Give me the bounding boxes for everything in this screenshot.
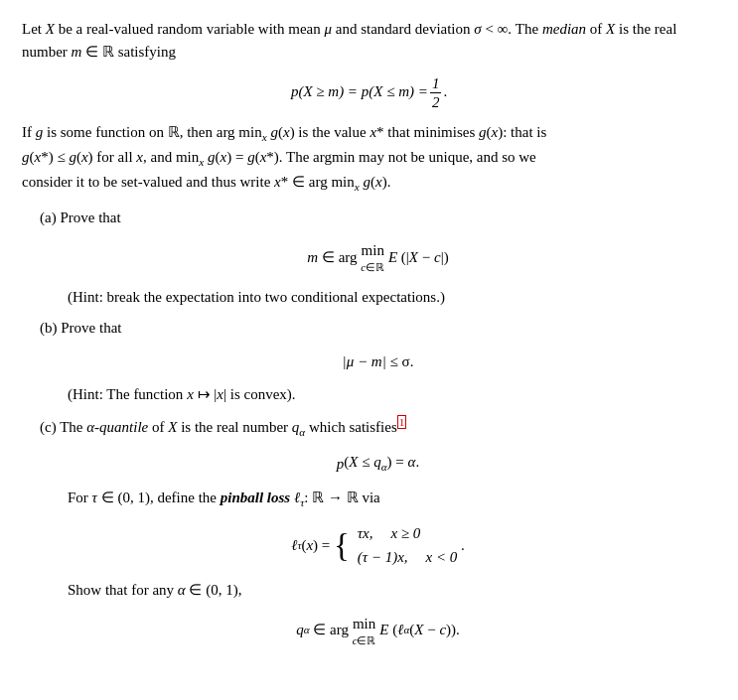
piecewise-def: ℓτ(x) = { τx, x ≥ 0 (τ − 1)x, x < 0 (40, 521, 716, 569)
equation-part-c: p (X ≤ qα) = α. (40, 451, 716, 476)
piecewise-block: { τx, x ≥ 0 (τ − 1)x, x < 0 (334, 521, 457, 569)
equation-final: qα ∈ arg min c∈ℝ E (ℓα (X − c)). (40, 613, 716, 649)
part-c: (c) The α-quantile of X is the real numb… (40, 414, 716, 649)
equation-part-a: m ∈ arg min c∈ℝ E (|X − c|) (40, 239, 716, 276)
g-paragraph: If g is some function on ℝ, then arg min… (22, 121, 716, 197)
show-that-paragraph: Show that for any α ∈ (0, 1), (68, 579, 716, 602)
part-b-text: Prove that (61, 320, 121, 336)
part-a: (a) Prove that m ∈ arg min c∈ℝ E (|X − c… (40, 207, 716, 309)
part-b-hint: (Hint: The function x ↦ |x| is convex). (68, 383, 716, 406)
part-a-label: (a) (40, 210, 57, 225)
var-X2: X (606, 21, 615, 37)
var-sigma: σ (474, 21, 481, 37)
footnote-ref-1: 1 (397, 415, 407, 429)
argmin-a: min c∈ℝ (361, 239, 384, 276)
part-b: (b) Prove that |μ − m| ≤ σ. (Hint: The f… (40, 317, 716, 406)
part-c-intro: The α-quantile of X is the real number q… (60, 419, 406, 435)
tau-paragraph: For τ ∈ (0, 1), define the pinball loss … (68, 487, 716, 511)
part-a-text: Prove that (60, 210, 120, 225)
equation-median: p(X ≥ m) = p(X ≤ m) = 1 2 . (22, 74, 716, 111)
page-content: Let X be a real-valued random variable w… (22, 18, 716, 649)
median-word: median (542, 21, 586, 37)
part-a-hint: (Hint: break the expectation into two co… (68, 286, 716, 309)
part-c-label: (c) (40, 419, 57, 435)
var-mu: μ (324, 21, 332, 37)
fraction-half: 1 2 (430, 74, 442, 111)
equation-part-b: |μ − m| ≤ σ. (40, 350, 716, 373)
argmin-final: min c∈ℝ (353, 613, 376, 649)
var-X: X (46, 21, 55, 37)
var-m: m (72, 44, 82, 60)
intro-paragraph: Let X be a real-valued random variable w… (22, 18, 716, 65)
part-b-label: (b) (40, 320, 58, 336)
parts-list: (a) Prove that m ∈ arg min c∈ℝ E (|X − c… (40, 207, 716, 649)
